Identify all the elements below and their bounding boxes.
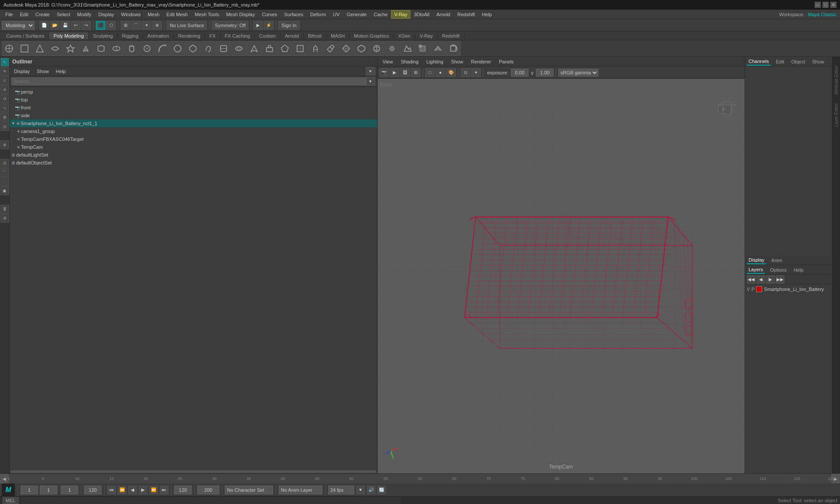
- vp-grid-btn[interactable]: ⊞: [411, 68, 420, 77]
- options-tab[interactable]: Options: [768, 266, 788, 273]
- vp-xray-btn[interactable]: ✦: [471, 68, 481, 77]
- shelf-icon-23[interactable]: [339, 41, 354, 56]
- snap-curve-btn[interactable]: ⌒: [0, 168, 9, 177]
- show-manips-btn[interactable]: ⊕: [0, 140, 9, 149]
- vp-menu-view[interactable]: View: [379, 58, 397, 65]
- outliner-display-menu[interactable]: Display: [11, 68, 32, 75]
- shelf-icon-5[interactable]: [63, 41, 78, 56]
- menu-3dtoall[interactable]: 3DtoAll: [410, 11, 433, 18]
- save-scene-button[interactable]: 💾: [60, 21, 70, 30]
- vp-isolate-btn[interactable]: ⊙: [461, 68, 470, 77]
- help-tab[interactable]: Help: [792, 266, 805, 273]
- maximize-button[interactable]: □: [822, 2, 829, 8]
- shelf-icon-15[interactable]: [216, 41, 231, 56]
- menu-arnold[interactable]: Arnold: [433, 11, 454, 18]
- attribute-editor-label[interactable]: Attribute Editor: [834, 66, 839, 94]
- menu-cache[interactable]: Cache: [370, 11, 391, 18]
- shelf-icon-10[interactable]: [140, 41, 154, 56]
- outliner-search-input[interactable]: [11, 77, 366, 85]
- step-back-btn[interactable]: ⏪: [118, 486, 126, 494]
- layer-editor-label[interactable]: Layer Editor: [834, 103, 839, 127]
- outliner-item-front[interactable]: 📷 front: [10, 104, 377, 112]
- menu-uv[interactable]: UV: [329, 11, 343, 18]
- shelf-icon-6[interactable]: [78, 41, 93, 56]
- outliner-item-tempcam-target[interactable]: ✳ TempCamFBXASC046Target: [10, 135, 377, 143]
- shelf-tab-rigging[interactable]: Rigging: [118, 32, 143, 39]
- shelf-icon-18[interactable]: [262, 41, 277, 56]
- playback-end-input[interactable]: [84, 486, 102, 494]
- shelf-icon-19[interactable]: [277, 41, 292, 56]
- render-button[interactable]: ▶: [253, 21, 263, 30]
- goto-start-btn[interactable]: ⏮: [107, 486, 116, 494]
- shelf-tab-curves-surfaces[interactable]: Curves / Surfaces: [2, 32, 49, 39]
- shelf-tab-redshift[interactable]: Redshift: [438, 32, 464, 39]
- menu-generate[interactable]: Generate: [343, 11, 370, 18]
- shelf-tab-rendering[interactable]: Rendering: [174, 32, 205, 39]
- shelf-tab-motion-graphics[interactable]: Motion Graphics: [350, 32, 394, 39]
- playback-options-btn[interactable]: ▼: [356, 486, 365, 494]
- menu-edit[interactable]: Edit: [17, 11, 32, 18]
- shelf-icon-16[interactable]: [231, 41, 246, 56]
- shelf-icon-29[interactable]: [430, 41, 445, 56]
- object-tab[interactable]: Object: [789, 58, 807, 65]
- menu-edit-mesh[interactable]: Edit Mesh: [163, 11, 191, 18]
- shelf-tab-custom[interactable]: Custom: [255, 32, 280, 39]
- window-controls[interactable]: ─ □ ✕: [815, 2, 836, 8]
- layer-visibility-P[interactable]: P: [752, 287, 755, 292]
- shelf-icon-2[interactable]: [17, 41, 32, 56]
- menu-display[interactable]: Display: [95, 11, 118, 18]
- vp-texture-btn[interactable]: 🎨: [446, 68, 456, 77]
- sound-btn[interactable]: 🔊: [367, 486, 375, 494]
- rotate-tool-btn[interactable]: ↺: [0, 94, 9, 103]
- shelf-icon-27[interactable]: [400, 41, 415, 56]
- shelf-tab-bifrost[interactable]: Bifrost: [304, 32, 326, 39]
- viewport-canvas[interactable]: front: [378, 79, 745, 473]
- step-forward-btn[interactable]: ⏩: [149, 486, 158, 494]
- lasso-select-button[interactable]: ⬡: [106, 21, 116, 30]
- nav-cube[interactable]: F: [714, 96, 740, 122]
- outliner-scrollbar[interactable]: [10, 470, 377, 473]
- menu-select[interactable]: Select: [53, 11, 74, 18]
- show-tab[interactable]: Show: [810, 58, 826, 65]
- minimize-button[interactable]: ─: [815, 2, 821, 8]
- range-end-input[interactable]: [197, 486, 219, 494]
- render-settings-btn[interactable]: ⚙: [0, 214, 9, 223]
- vp-image-plane-btn[interactable]: 🖼: [400, 68, 410, 77]
- select-tool-btn[interactable]: ↖: [0, 58, 9, 66]
- fps-display[interactable]: 24 fps: [328, 486, 354, 494]
- vp-camera-btn[interactable]: 📷: [379, 68, 389, 77]
- new-scene-button[interactable]: 📄: [39, 21, 49, 30]
- snap-grid-btn[interactable]: ⊡: [0, 159, 9, 168]
- shelf-icon-25[interactable]: [369, 41, 384, 56]
- vp-menu-renderer[interactable]: Renderer: [468, 58, 495, 65]
- shelf-tab-poly-modeling[interactable]: Poly Modeling: [49, 32, 88, 39]
- outliner-item-smartphone-battery[interactable]: ▼ ✳ Smartphone_Li_Ion_Battery_ncl1_1: [10, 119, 377, 127]
- menu-mesh-tools[interactable]: Mesh Tools: [191, 11, 222, 18]
- vp-exposure-input[interactable]: [511, 69, 528, 77]
- shelf-icon-4[interactable]: [48, 41, 63, 56]
- open-scene-button[interactable]: 📂: [50, 21, 60, 30]
- scale-tool-btn[interactable]: ⤡: [0, 104, 9, 112]
- vp-playblast-btn[interactable]: ▶: [390, 68, 399, 77]
- paint-select-btn[interactable]: ✎: [0, 67, 9, 76]
- loop-btn[interactable]: 🔄: [377, 486, 386, 494]
- layer-next2-btn[interactable]: ▶▶: [776, 275, 784, 284]
- snap-point-button[interactable]: ✦: [142, 21, 151, 30]
- redo-button[interactable]: ↪: [81, 21, 91, 30]
- edit-tab[interactable]: Edit: [774, 58, 786, 65]
- snap-point-btn[interactable]: ·: [0, 177, 9, 186]
- shelf-tab-fx-caching[interactable]: FX Caching: [220, 32, 255, 39]
- shelf-icon-17[interactable]: [247, 41, 262, 56]
- outliner-show-menu[interactable]: Show: [34, 68, 52, 75]
- soft-select-btn[interactable]: ◎: [0, 122, 9, 131]
- vp-gamma-input[interactable]: [536, 69, 553, 77]
- menu-file[interactable]: File: [2, 11, 17, 18]
- snap-curve-button[interactable]: ⌒: [131, 21, 141, 30]
- symmetry-button[interactable]: Symmetry: Off: [212, 21, 248, 30]
- menu-mesh[interactable]: Mesh: [144, 11, 163, 18]
- close-button[interactable]: ✕: [830, 2, 836, 8]
- layers-tab[interactable]: Layers: [747, 266, 765, 274]
- menu-redshift[interactable]: Redshift: [454, 11, 478, 18]
- layer-next-btn[interactable]: ▶: [766, 275, 775, 284]
- shelf-tab-arnold[interactable]: Arnold: [280, 32, 304, 39]
